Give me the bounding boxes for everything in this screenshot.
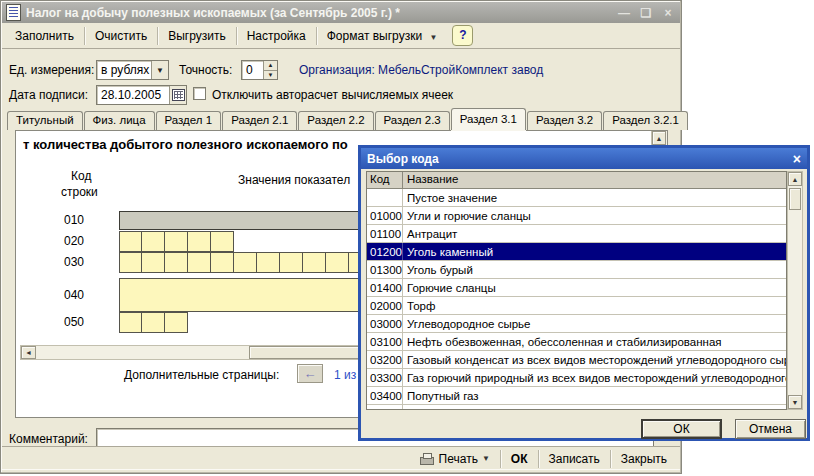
list-item[interactable]: 03300Газ горючий природный из всех видов… bbox=[367, 369, 786, 387]
spin-up-icon[interactable]: ▲ bbox=[264, 61, 277, 70]
grid-cell[interactable] bbox=[119, 231, 142, 252]
row-code-050: 050 bbox=[64, 315, 84, 329]
close-button[interactable]: Закрыть bbox=[612, 449, 676, 469]
dialog-close-icon[interactable]: × bbox=[793, 151, 801, 167]
scroll-down-icon[interactable]: ▼ bbox=[788, 395, 802, 409]
scrollbar-thumb[interactable] bbox=[789, 188, 801, 210]
tab-razdel-1[interactable]: Раздел 1 bbox=[156, 111, 222, 130]
export-button[interactable]: Выгрузить bbox=[159, 26, 235, 46]
tab-razdel-2-1[interactable]: Раздел 2.1 bbox=[222, 111, 297, 130]
grid-cell[interactable] bbox=[165, 252, 188, 273]
grid-cell[interactable] bbox=[142, 231, 165, 252]
dialog-vertical-scrollbar[interactable]: ▲ ▼ bbox=[787, 171, 803, 410]
grid-row-020 bbox=[119, 231, 234, 252]
tab-razdel-2-3[interactable]: Раздел 2.3 bbox=[375, 111, 450, 130]
spin-down-icon[interactable]: ▼ bbox=[264, 70, 277, 80]
toolbar-separator bbox=[500, 450, 501, 468]
list-item[interactable]: 01400Горючие сланцы bbox=[367, 279, 786, 297]
grid-cell[interactable] bbox=[326, 252, 349, 273]
grid-cell[interactable] bbox=[211, 252, 234, 273]
list-item[interactable]: 03000Углеводородное сырье bbox=[367, 315, 786, 333]
toolbar-separator bbox=[157, 27, 158, 45]
close-icon[interactable]: × bbox=[660, 6, 676, 20]
settings-button[interactable]: Настройка bbox=[238, 26, 315, 46]
dialog-ok-button[interactable]: ОК bbox=[641, 419, 722, 439]
grid-cell[interactable] bbox=[257, 252, 280, 273]
export-format-dropdown[interactable]: Формат выгрузки ▼ bbox=[318, 26, 447, 46]
code-list-header: Код Название bbox=[367, 172, 786, 189]
chevron-down-icon[interactable]: ▼ bbox=[151, 61, 168, 79]
tab-razdel-3-2-1[interactable]: Раздел 3.2.1 bbox=[603, 111, 688, 130]
grid-row-040-merged-cell[interactable] bbox=[119, 278, 372, 312]
code-list: Код Название Пустое значение 01000Угли и… bbox=[366, 171, 787, 410]
scroll-left-icon[interactable]: ◄ bbox=[21, 346, 36, 359]
list-item[interactable]: 03100Нефть обезвоженная, обессоленная и … bbox=[367, 333, 786, 351]
ok-button[interactable]: ОК bbox=[502, 449, 537, 469]
tab-titulnyi[interactable]: Титульный bbox=[7, 111, 83, 130]
grid-cell[interactable] bbox=[234, 252, 257, 273]
list-item-selected[interactable]: 01200Уголь каменный bbox=[367, 243, 786, 261]
comment-label: Комментарий: bbox=[9, 432, 88, 446]
grid-cell[interactable] bbox=[165, 231, 188, 252]
list-item[interactable]: 02000Торф bbox=[367, 297, 786, 315]
toolbar-separator bbox=[538, 450, 539, 468]
code-column-label: Код bbox=[71, 169, 91, 183]
list-item[interactable]: 01300Уголь бурый bbox=[367, 261, 786, 279]
grid-cell[interactable] bbox=[303, 252, 326, 273]
list-item[interactable]: 03200Газовый конденсат из всех видов мес… bbox=[367, 351, 786, 369]
dialog-cancel-button[interactable]: Отмена bbox=[735, 419, 806, 439]
tab-razdel-3-2[interactable]: Раздел 3.2 bbox=[527, 111, 602, 130]
fill-button[interactable]: Заполнить bbox=[6, 26, 83, 46]
grid-cell[interactable] bbox=[142, 312, 165, 333]
scroll-up-icon[interactable]: ▲ bbox=[788, 172, 802, 186]
precision-stepper[interactable]: 0 ▲ ▼ bbox=[241, 60, 278, 80]
grid-cell[interactable] bbox=[119, 252, 142, 273]
list-item[interactable]: 01100Антрацит bbox=[367, 225, 786, 243]
autocalc-checkbox[interactable] bbox=[193, 87, 206, 100]
section-tabs: Титульный Физ. лица Раздел 1 Раздел 2.1 … bbox=[7, 110, 689, 130]
help-button[interactable]: ? bbox=[452, 25, 473, 46]
grid-cell[interactable] bbox=[188, 231, 211, 252]
export-format-label: Формат выгрузки bbox=[327, 29, 422, 43]
row-code-030: 030 bbox=[64, 255, 84, 269]
maximize-icon[interactable]: ❏ bbox=[638, 6, 654, 20]
grid-cell[interactable] bbox=[119, 312, 142, 333]
scroll-up-icon[interactable]: ▲ bbox=[652, 131, 666, 145]
save-button[interactable]: Записать bbox=[540, 449, 609, 469]
grid-cell[interactable] bbox=[142, 252, 165, 273]
code-column-label2: строки bbox=[61, 185, 98, 199]
printer-icon bbox=[419, 453, 435, 464]
desktop: Налог на добычу полезных ископаемых (за … bbox=[0, 0, 814, 476]
grid-cell[interactable] bbox=[280, 252, 303, 273]
row-code-020: 020 bbox=[64, 234, 84, 248]
clear-button[interactable]: Очистить bbox=[86, 26, 156, 46]
list-item[interactable]: 03400Попутный газ bbox=[367, 387, 786, 405]
precision-label: Точность: bbox=[179, 63, 232, 77]
unit-select[interactable]: в рублях ▼ bbox=[96, 60, 169, 80]
list-item[interactable]: Пустое значение bbox=[367, 189, 786, 207]
tab-fiz-lica[interactable]: Физ. лица bbox=[84, 111, 155, 130]
tab-razdel-3-1[interactable]: Раздел 3.1 bbox=[451, 108, 526, 130]
column-header-code: Код bbox=[367, 172, 403, 188]
organization-label: Организация: bbox=[299, 63, 375, 77]
list-item[interactable]: 01000Угли и горючие сланцы bbox=[367, 207, 786, 225]
grid-cell[interactable] bbox=[165, 312, 188, 333]
toolbar-separator bbox=[236, 27, 237, 45]
organization-value[interactable]: МебельСтройКомплект завод bbox=[378, 63, 543, 77]
list-item[interactable]: 04000Товарные руды bbox=[367, 405, 786, 410]
dialog-title: Выбор кода bbox=[367, 152, 439, 166]
grid-cell[interactable] bbox=[188, 252, 211, 273]
minimize-icon[interactable]: — bbox=[616, 6, 632, 20]
unit-value: в рублях bbox=[101, 63, 149, 77]
sign-date-field[interactable]: 28.10.2005 bbox=[96, 85, 187, 105]
main-toolbar: Заполнить Очистить Выгрузить Настройка Ф… bbox=[2, 23, 680, 49]
precision-value: 0 bbox=[246, 63, 253, 77]
toolbar-separator bbox=[84, 27, 85, 45]
prev-page-button[interactable]: ← bbox=[297, 364, 323, 383]
print-dropdown[interactable]: Печать ▼ bbox=[410, 449, 499, 469]
unit-label: Ед. измерения: bbox=[9, 63, 94, 77]
tab-razdel-2-2[interactable]: Раздел 2.2 bbox=[298, 111, 373, 130]
calendar-icon[interactable] bbox=[169, 86, 186, 104]
toolbar-separator bbox=[610, 450, 611, 468]
grid-cell[interactable] bbox=[211, 231, 234, 252]
